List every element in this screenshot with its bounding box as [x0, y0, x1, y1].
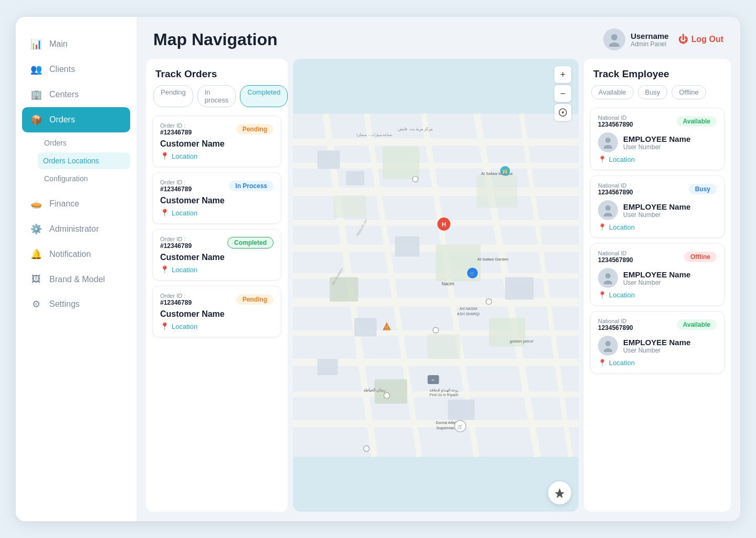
svg-point-0: [611, 34, 617, 40]
svg-rect-31: [354, 318, 377, 336]
compass-button[interactable]: [554, 104, 571, 121]
sidebar-item-finance[interactable]: 🥧 Finance: [16, 191, 136, 216]
location-row: 📍 Location: [160, 209, 274, 217]
national-id-value: 1234567890: [598, 256, 633, 264]
filter-tab-pending[interactable]: Pending: [153, 85, 193, 107]
sidebar-item-brand-model[interactable]: 🖼 Brand & Model: [16, 267, 136, 292]
emp-avatar: [598, 132, 618, 152]
sidebar-item-label: Clients: [49, 65, 75, 74]
sidebar-item-label: Administrator: [49, 224, 99, 234]
location-label: Location: [172, 209, 197, 217]
sidebar-subitem-orders-locations[interactable]: Orders Locations: [38, 152, 130, 169]
order-id-block: Order ID : #12346789: [160, 179, 192, 193]
emp-card-top: National ID 1234567890 Available: [598, 318, 717, 332]
svg-text:مركز مزبة بت عايض: مركز مزبة بت عايض: [398, 127, 432, 131]
customer-name: Customer Name: [160, 309, 274, 319]
sidebar-item-centers[interactable]: 🏢 Centers: [16, 82, 136, 107]
national-id-block: National ID 1234567890: [598, 250, 633, 264]
page-title: Map Navigation: [153, 30, 277, 49]
location-pin-icon: 📍: [160, 209, 169, 217]
map-area[interactable]: مركز مزبة بت عايض صناعة سيارات - سفكرا A…: [293, 59, 579, 512]
administrator-icon: ⚙️: [30, 223, 42, 235]
order-id-block: Order ID : #12346789: [160, 236, 192, 250]
svg-rect-27: [318, 151, 340, 169]
emp-location-label: Location: [609, 156, 635, 163]
emp-location-pin-icon: 📍: [598, 223, 606, 231]
sidebar-item-settings[interactable]: ⚙ Settings: [16, 292, 136, 317]
emp-info-row: EMPLOYEE Name User Number: [598, 132, 717, 152]
location-label: Location: [172, 266, 197, 274]
svg-point-73: [604, 281, 612, 284]
filter-tab-inprocess[interactable]: In process: [197, 85, 236, 107]
svg-text:H: H: [442, 221, 446, 227]
emp-location-row: 📍 Location: [598, 223, 717, 231]
filter-tab-completed[interactable]: Completed: [240, 85, 288, 107]
location-pin-icon: 📍: [160, 322, 169, 330]
customer-name: Customer Name: [160, 139, 274, 149]
svg-rect-29: [395, 236, 419, 257]
emp-status-badge: Available: [677, 319, 717, 330]
sidebar-item-label: Finance: [49, 199, 79, 209]
emp-info-row: EMPLOYEE Name User Number: [598, 336, 717, 356]
main-content: Map Navigation Username Admin Panel: [136, 17, 740, 521]
zoom-out-button[interactable]: −: [554, 85, 571, 102]
track-orders-panel: Track Orders Pending In process Complete…: [146, 59, 288, 512]
logout-button[interactable]: ⏻ Log Out: [678, 34, 723, 45]
emp-avatar: [598, 268, 618, 288]
emp-card-top: National ID 1234567890 Busy: [598, 182, 717, 196]
svg-point-75: [604, 348, 612, 352]
main-icon: 📊: [30, 38, 42, 50]
emp-user-number: User Number: [623, 211, 690, 219]
emp-location-pin-icon: 📍: [598, 156, 606, 163]
svg-text:Al-Safwa Garden: Al-Safwa Garden: [477, 257, 508, 262]
employee-card: National ID 1234567890 Offline EMPLOYEE …: [590, 243, 724, 306]
orders-icon: 📦: [30, 114, 42, 126]
order-id-label: Order ID :: [160, 293, 192, 299]
location-row: 📍 Location: [160, 152, 274, 160]
svg-text:صناعة سيارات - سفكرا: صناعة سيارات - سفكرا: [356, 133, 392, 137]
svg-rect-30: [505, 277, 533, 299]
sidebar-item-administrator[interactable]: ⚙️ Administrator: [16, 216, 136, 242]
emp-tab-available[interactable]: Available: [591, 85, 634, 99]
sidebar-subitem-configuration[interactable]: Configuration: [16, 170, 136, 187]
svg-text:✂: ✂: [432, 378, 435, 382]
zoom-in-button[interactable]: +: [554, 66, 571, 83]
sidebar-item-clients[interactable]: 👥 Clients: [16, 57, 136, 82]
map-background: مركز مزبة بت عايض صناعة سيارات - سفكرا A…: [293, 59, 579, 512]
svg-point-69: [604, 145, 612, 149]
locate-button[interactable]: [548, 481, 571, 504]
notification-icon: 🔔: [30, 249, 42, 260]
orders-subnav: Orders Orders Locations Configuration: [16, 132, 136, 191]
sidebar-item-orders[interactable]: 📦 Orders: [22, 107, 130, 132]
clients-icon: 👥: [30, 64, 42, 75]
sidebar-item-notification[interactable]: 🔔 Notification: [16, 242, 136, 267]
svg-rect-26: [427, 334, 460, 359]
svg-point-1: [609, 43, 620, 47]
location-row: 📍 Location: [160, 322, 274, 330]
svg-point-62: [384, 392, 390, 398]
user-role: Admin Panel: [631, 40, 669, 48]
svg-rect-24: [477, 175, 518, 208]
order-id-value: #12346789: [160, 299, 192, 306]
employee-filter-tabs: Available Busy Offline: [584, 85, 731, 105]
national-id-label: National ID: [598, 182, 633, 189]
emp-user-number: User Number: [623, 279, 690, 286]
sidebar-item-main[interactable]: 📊 Main: [16, 32, 136, 57]
svg-text:🛒: 🛒: [457, 424, 463, 430]
order-card-top: Order ID : #12346789 Pending: [160, 293, 274, 306]
sidebar-subitem-orders[interactable]: Orders: [16, 134, 136, 151]
status-badge: Pending: [236, 124, 274, 134]
emp-location-label: Location: [609, 291, 635, 299]
location-row: 📍 Location: [160, 265, 274, 274]
svg-point-60: [486, 299, 492, 305]
svg-rect-25: [334, 195, 366, 218]
order-id-block: Order ID : #12346789: [160, 293, 192, 306]
finance-icon: 🥧: [30, 198, 42, 210]
emp-tab-busy[interactable]: Busy: [638, 85, 668, 99]
centers-icon: 🏢: [30, 89, 42, 100]
order-id-label: Order ID :: [160, 236, 192, 242]
emp-location-pin-icon: 📍: [598, 291, 606, 299]
national-id-block: National ID 1234567890: [598, 318, 633, 332]
order-id-block: Order ID : #12346789: [160, 122, 192, 136]
emp-tab-offline[interactable]: Offline: [671, 85, 706, 99]
